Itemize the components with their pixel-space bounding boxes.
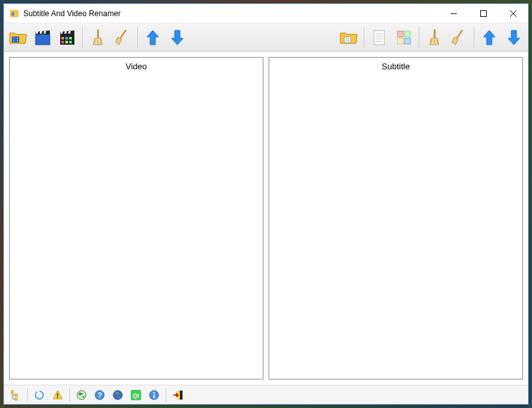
subtitle-list[interactable]	[269, 76, 522, 379]
svg-rect-22	[61, 41, 64, 43]
svg-point-59	[113, 391, 122, 400]
remove-subtitle-button[interactable]	[447, 26, 471, 49]
close-button[interactable]	[498, 4, 528, 23]
svg-rect-1	[12, 12, 14, 16]
earth-icon	[112, 389, 124, 401]
brush-clean-icon	[88, 28, 107, 47]
svg-rect-64	[153, 394, 155, 398]
open-subtitle-folder-button[interactable]	[337, 26, 360, 49]
broom-icon	[113, 28, 132, 47]
svg-rect-21	[69, 37, 72, 40]
svg-rect-19	[61, 37, 64, 40]
svg-rect-41	[405, 31, 410, 37]
svg-rect-52	[15, 394, 17, 396]
svg-line-48	[457, 30, 462, 38]
svg-rect-6	[12, 37, 19, 42]
globe-icon	[76, 389, 87, 401]
exit-button[interactable]	[170, 387, 186, 403]
content-area: Video Subtitle	[4, 52, 528, 385]
svg-point-56	[77, 391, 86, 400]
svg-rect-25	[97, 29, 99, 38]
minimize-button[interactable]	[439, 4, 469, 23]
video-list[interactable]	[10, 76, 263, 379]
arrow-up-icon	[480, 28, 499, 47]
broom-icon	[449, 28, 469, 47]
svg-rect-3	[481, 10, 487, 16]
toolbar-separator	[137, 27, 138, 48]
svg-rect-35	[374, 30, 384, 45]
open-video-folder-button[interactable]	[6, 26, 30, 49]
folder-video-icon	[8, 28, 28, 47]
toolbar-separator	[69, 389, 70, 402]
move-video-down-button[interactable]	[166, 26, 189, 49]
qt-icon: Qt	[130, 389, 142, 401]
brush-clean-icon	[425, 28, 444, 47]
svg-rect-11	[36, 34, 50, 45]
svg-rect-23	[65, 41, 68, 43]
svg-rect-53	[15, 398, 17, 400]
exit-icon	[172, 389, 184, 401]
svg-rect-42	[397, 38, 403, 44]
folder-subtitle-icon	[339, 28, 359, 47]
move-subtitle-down-button[interactable]	[502, 26, 526, 49]
svg-text:?: ?	[98, 391, 102, 399]
svg-point-7	[13, 38, 14, 39]
subtitle-panel-header: Subtitle	[269, 58, 522, 76]
svg-text:Qt: Qt	[133, 392, 139, 399]
video-panel-header: Video	[10, 58, 263, 76]
info-icon	[148, 389, 160, 401]
move-video-up-button[interactable]	[141, 26, 164, 49]
app-icon	[9, 8, 19, 19]
svg-rect-40	[397, 31, 403, 37]
arrow-down-icon	[168, 28, 187, 47]
svg-rect-32	[344, 37, 351, 43]
warning-button[interactable]	[50, 387, 65, 403]
clapper-color-icon	[58, 28, 77, 47]
top-toolbar	[4, 23, 528, 52]
web-button[interactable]	[74, 387, 89, 403]
add-multi-video-button[interactable]	[56, 26, 79, 49]
svg-rect-24	[69, 41, 72, 43]
about-button[interactable]	[110, 387, 126, 403]
svg-point-63	[153, 392, 155, 393]
video-panel[interactable]: Video	[9, 57, 263, 380]
subtitle-panel[interactable]: Subtitle	[269, 57, 523, 380]
svg-line-29	[120, 30, 126, 38]
clapper-blue-icon	[33, 28, 52, 47]
add-multi-subtitle-button[interactable]	[392, 26, 416, 49]
svg-rect-51	[11, 391, 14, 393]
svg-point-8	[13, 40, 14, 41]
toolbar-separator	[82, 27, 83, 48]
toolbar-separator	[419, 27, 419, 48]
window-title: Subtitle And Video Renamer	[23, 9, 439, 18]
help-icon: ?	[94, 389, 105, 401]
refresh-button[interactable]	[32, 387, 47, 403]
add-subtitle-button[interactable]	[368, 26, 391, 49]
info-button[interactable]	[146, 387, 162, 403]
toolbar-separator	[474, 27, 474, 48]
help-button[interactable]: ?	[92, 387, 107, 403]
toolbar-separator	[364, 27, 364, 48]
svg-rect-44	[434, 29, 436, 38]
move-subtitle-up-button[interactable]	[478, 26, 501, 49]
clear-subtitle-button[interactable]	[423, 26, 446, 49]
arrow-up-icon	[143, 28, 162, 47]
qt-about-button[interactable]: Qt	[128, 387, 144, 403]
titlebar: Subtitle And Video Renamer	[4, 4, 528, 23]
warning-icon	[52, 389, 63, 401]
maximize-button[interactable]	[469, 4, 498, 23]
svg-point-55	[57, 397, 58, 398]
tree-view-button[interactable]	[8, 387, 23, 403]
tree-icon	[10, 389, 21, 401]
toolbar-separator	[166, 389, 166, 402]
add-video-button[interactable]	[31, 26, 54, 49]
svg-rect-20	[65, 37, 68, 40]
app-window: Subtitle And Video Renamer	[3, 3, 529, 405]
window-controls	[439, 4, 528, 23]
remove-video-button[interactable]	[111, 26, 134, 49]
color-squares-icon	[394, 28, 414, 47]
bottom-toolbar: ? Qt	[4, 385, 528, 404]
clear-video-button[interactable]	[86, 26, 109, 49]
toolbar-separator	[27, 389, 28, 402]
svg-rect-43	[405, 38, 410, 44]
